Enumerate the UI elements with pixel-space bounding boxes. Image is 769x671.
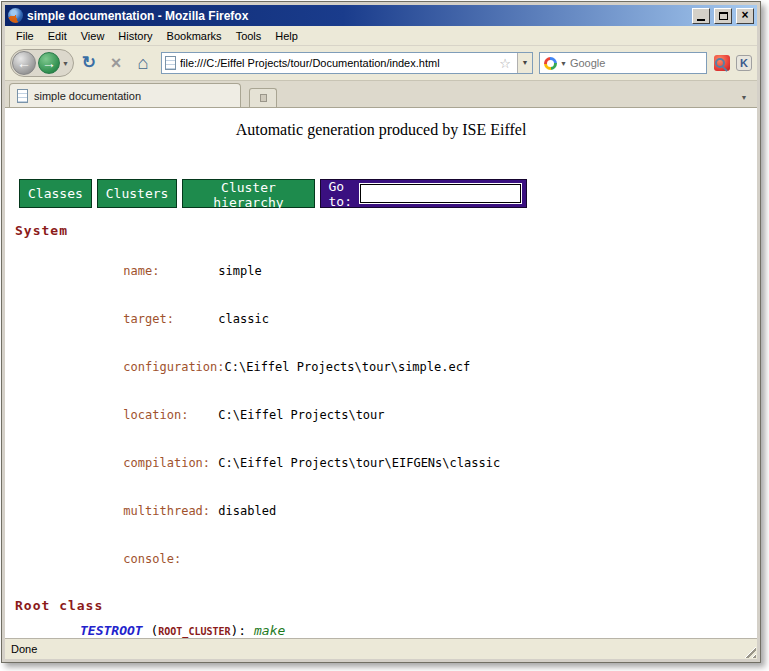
row-key: compilation: bbox=[123, 455, 218, 471]
doc-toolbar-top: Classes Clusters Cluster hierarchy Go to… bbox=[19, 179, 527, 208]
minimize-button[interactable] bbox=[692, 8, 710, 24]
new-tab-button[interactable] bbox=[249, 88, 277, 107]
page-icon bbox=[165, 56, 176, 70]
system-row-multithread: multithread:disabled bbox=[80, 487, 757, 535]
back-button[interactable]: ← bbox=[12, 51, 36, 75]
browser-window: simple documentation - Mozilla Firefox ×… bbox=[1, 1, 761, 663]
tab-strip: simple documentation ▼ bbox=[5, 81, 757, 108]
new-tab-icon bbox=[260, 94, 267, 102]
firefox-icon bbox=[8, 8, 23, 23]
menu-view[interactable]: View bbox=[74, 28, 112, 44]
root-class-heading: Root class bbox=[15, 598, 757, 613]
system-row-target: target:classic bbox=[80, 295, 757, 343]
status-bar: Done bbox=[5, 638, 757, 659]
paren-close: ): bbox=[231, 623, 254, 638]
title-bar[interactable]: simple documentation - Mozilla Firefox × bbox=[5, 5, 757, 26]
search-input[interactable] bbox=[570, 57, 712, 69]
goto-input-top[interactable] bbox=[360, 184, 521, 203]
doc-header: Automatic generation produced by ISE Eif… bbox=[5, 121, 757, 139]
page-content: Automatic generation produced by ISE Eif… bbox=[5, 108, 757, 638]
goto-box-top: Go to: bbox=[320, 179, 527, 208]
window-title: simple documentation - Mozilla Firefox bbox=[27, 9, 688, 23]
paren-open: ( bbox=[143, 623, 159, 638]
address-input[interactable] bbox=[180, 57, 493, 69]
row-value: disabled bbox=[218, 504, 276, 518]
system-row-compilation: compilation:C:\Eiffel Projects\tour\EIFG… bbox=[80, 439, 757, 487]
menu-help[interactable]: Help bbox=[268, 28, 305, 44]
row-key: console: bbox=[123, 551, 218, 567]
row-value: C:\Eiffel Projects\tour\EIFGENs\classic bbox=[218, 456, 500, 470]
stop-button[interactable]: × bbox=[104, 50, 128, 76]
system-heading: System bbox=[15, 223, 757, 238]
system-row-name: name:simple bbox=[80, 247, 757, 295]
address-bar: ☆ ▼ bbox=[161, 52, 533, 74]
menu-tools[interactable]: Tools bbox=[229, 28, 269, 44]
row-key: name: bbox=[123, 263, 218, 279]
bookmark-star-icon[interactable]: ☆ bbox=[497, 56, 513, 71]
navigation-toolbar: ← → ▼ ↻ × ⌂ ☆ ▼ ▼ K bbox=[5, 46, 757, 81]
back-forward-group: ← → ▼ bbox=[10, 49, 74, 77]
system-row-location: location:C:\Eiffel Projects\tour bbox=[80, 391, 757, 439]
list-all-tabs-button[interactable]: ▼ bbox=[735, 94, 753, 107]
row-value: classic bbox=[218, 312, 269, 326]
search-engine-dropdown-icon[interactable]: ▼ bbox=[560, 60, 567, 67]
search-magnifier-icon[interactable] bbox=[715, 58, 725, 68]
maximize-icon bbox=[719, 12, 728, 20]
row-key: multithread: bbox=[123, 503, 218, 519]
home-button[interactable]: ⌂ bbox=[131, 50, 155, 76]
history-dropdown-icon[interactable]: ▼ bbox=[62, 60, 69, 67]
menu-history[interactable]: History bbox=[111, 28, 159, 44]
creation-feature[interactable]: make bbox=[254, 623, 285, 638]
clusters-button[interactable]: Clusters bbox=[97, 179, 178, 208]
forward-button[interactable]: → bbox=[38, 52, 60, 74]
tab-simple-documentation[interactable]: simple documentation bbox=[9, 83, 241, 107]
row-value: C:\Eiffel Projects\tour bbox=[218, 408, 384, 422]
status-text: Done bbox=[11, 643, 37, 655]
menu-bar: File Edit View History Bookmarks Tools H… bbox=[5, 26, 757, 46]
tab-favicon bbox=[17, 89, 28, 103]
cluster-hierarchy-button[interactable]: Cluster hierarchy bbox=[182, 179, 314, 208]
row-key: configuration: bbox=[123, 359, 224, 375]
addon-icon-k[interactable]: K bbox=[736, 55, 752, 71]
root-class-line: TESTROOT (ROOT_CLUSTER): make bbox=[80, 622, 757, 638]
minimize-icon bbox=[697, 19, 705, 21]
resize-grip[interactable] bbox=[743, 645, 756, 658]
classes-button[interactable]: Classes bbox=[19, 179, 92, 208]
menu-edit[interactable]: Edit bbox=[41, 28, 74, 44]
close-button[interactable]: × bbox=[736, 8, 754, 24]
goto-label: Go to: bbox=[329, 179, 352, 209]
maximize-button[interactable] bbox=[714, 8, 732, 24]
row-key: target: bbox=[123, 311, 218, 327]
system-row-console: console: bbox=[80, 535, 757, 583]
search-bar: ▼ bbox=[539, 52, 707, 74]
google-icon bbox=[544, 57, 557, 70]
menu-file[interactable]: File bbox=[9, 28, 41, 44]
root-class-link[interactable]: TESTROOT bbox=[80, 623, 143, 638]
root-cluster-ref[interactable]: ROOT_CLUSTER bbox=[158, 626, 230, 637]
tab-label: simple documentation bbox=[34, 90, 141, 102]
row-value: C:\Eiffel Projects\tour\simple.ecf bbox=[225, 360, 471, 374]
menu-bookmarks[interactable]: Bookmarks bbox=[160, 28, 229, 44]
reload-button[interactable]: ↻ bbox=[77, 50, 101, 76]
system-row-configuration: configuration:C:\Eiffel Projects\tour\si… bbox=[80, 343, 757, 391]
row-value: simple bbox=[218, 264, 261, 278]
address-dropdown-button[interactable]: ▼ bbox=[517, 53, 532, 73]
row-key: location: bbox=[123, 407, 218, 423]
